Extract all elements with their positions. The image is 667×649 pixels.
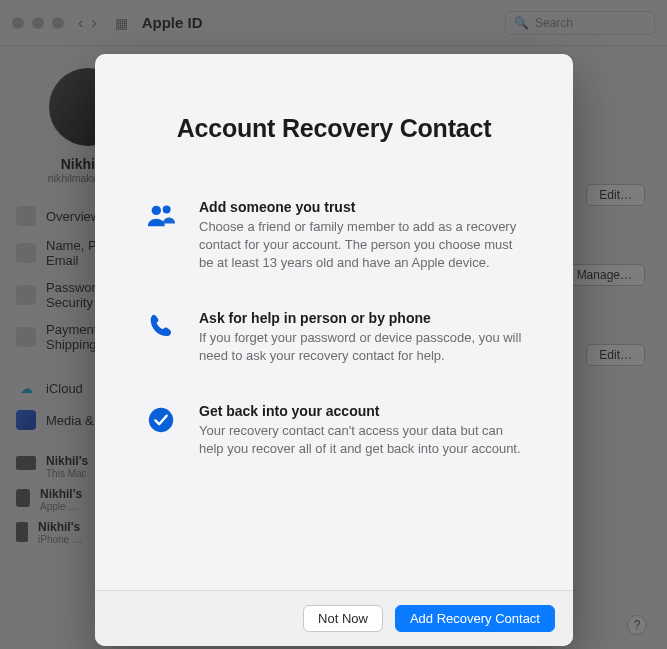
svg-point-0 — [152, 206, 161, 215]
feature-body: Your recovery contact can't access your … — [199, 422, 525, 458]
feature-body: If you forget your password or device pa… — [199, 329, 525, 365]
feature-heading: Ask for help in person or by phone — [199, 310, 525, 326]
add-recovery-contact-button[interactable]: Add Recovery Contact — [395, 605, 555, 632]
feature-heading: Add someone you trust — [199, 199, 525, 215]
feature-heading: Get back into your account — [199, 403, 525, 419]
not-now-button[interactable]: Not Now — [303, 605, 383, 632]
svg-point-1 — [163, 206, 171, 214]
sheet-body: Account Recovery Contact Add someone you… — [95, 54, 573, 590]
feature-row: Get back into your account Your recovery… — [143, 403, 525, 458]
modal-overlay: Account Recovery Contact Add someone you… — [0, 0, 667, 649]
check-circle-icon — [143, 403, 179, 458]
sheet-title: Account Recovery Contact — [143, 114, 525, 143]
svg-point-2 — [149, 408, 173, 432]
recovery-contact-sheet: Account Recovery Contact Add someone you… — [95, 54, 573, 646]
feature-row: Ask for help in person or by phone If yo… — [143, 310, 525, 365]
preferences-window: ‹ › ▦ Apple ID 🔍 Search Nikhil M nikhilm… — [0, 0, 667, 649]
phone-icon — [143, 310, 179, 365]
feature-row: Add someone you trust Choose a friend or… — [143, 199, 525, 272]
people-icon — [143, 199, 179, 272]
feature-body: Choose a friend or family member to add … — [199, 218, 525, 272]
sheet-footer: Not Now Add Recovery Contact — [95, 590, 573, 646]
